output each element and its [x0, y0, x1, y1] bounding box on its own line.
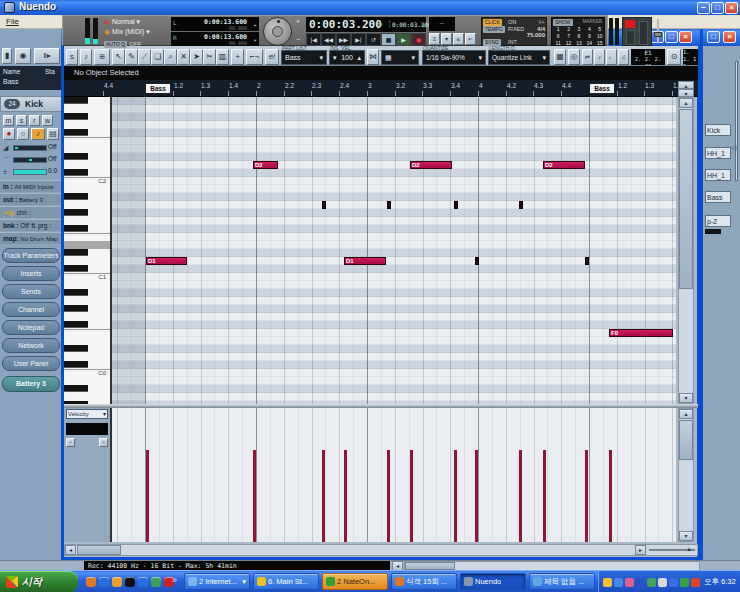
- pressed-key[interactable]: [64, 241, 112, 249]
- step-input-icon[interactable]: ▦: [554, 49, 566, 65]
- marker-6-button[interactable]: 6: [553, 33, 563, 40]
- black-key[interactable]: [64, 361, 88, 368]
- tray-icon-5[interactable]: [647, 578, 656, 587]
- record-noteoff-icon[interactable]: ♫: [618, 49, 629, 65]
- velocity-bar[interactable]: [322, 450, 325, 542]
- record-pitch-icon[interactable]: ♪: [594, 49, 605, 65]
- autoscroll-icon[interactable]: +: [231, 49, 244, 65]
- tempo-toggle[interactable]: TEMPO: [483, 26, 505, 33]
- midi-note-D1[interactable]: [585, 257, 589, 265]
- black-key[interactable]: [64, 321, 88, 328]
- cycle-mode-dropdown[interactable]: ◉ Mix (MIDI) ▾: [104, 28, 168, 38]
- tray-icon-3[interactable]: [625, 578, 634, 587]
- tray-icon-6[interactable]: [658, 578, 667, 587]
- tool-erase-icon[interactable]: ✕: [177, 49, 190, 65]
- section-channel[interactable]: Channel: [2, 302, 60, 317]
- quick-launch-icon-5[interactable]: [138, 577, 148, 587]
- editor-close-button[interactable]: ×: [679, 31, 692, 43]
- marker-1-button[interactable]: 1: [553, 26, 563, 33]
- sync-toggle[interactable]: SYNC: [483, 39, 501, 46]
- section-notepad[interactable]: Notepad: [2, 320, 60, 335]
- quick-launch-icon-1[interactable]: [86, 577, 96, 587]
- show-info-icon[interactable]: ⋈: [367, 49, 379, 65]
- part-list-dropdown[interactable]: Bass▾: [281, 50, 327, 65]
- velocity-minus-button[interactable]: ▫: [66, 438, 75, 447]
- tray-icon-7[interactable]: [669, 578, 678, 587]
- velocity-bar[interactable]: [344, 450, 347, 542]
- task-internet[interactable]: 2 Internet...▾: [184, 573, 250, 590]
- editor-vscrollbar[interactable]: ▴ ▾: [678, 97, 694, 404]
- midi-note-A1[interactable]: [519, 201, 523, 209]
- right-locator-display[interactable]: R 0:00:13.600 00.000 ▸: [171, 32, 259, 46]
- midi-note-D2[interactable]: D2: [253, 161, 278, 169]
- tool-zoom-icon[interactable]: ⌕: [164, 49, 177, 65]
- black-key[interactable]: [64, 97, 88, 104]
- start-button[interactable]: 시작: [0, 571, 78, 592]
- black-key[interactable]: [64, 265, 88, 272]
- midi-note-D1[interactable]: D1: [344, 257, 386, 265]
- marker-5-button[interactable]: 5: [595, 26, 605, 33]
- velocity-bar[interactable]: [475, 450, 478, 542]
- menu-file[interactable]: File: [6, 17, 19, 26]
- rewind-button[interactable]: ◀◀: [321, 33, 336, 46]
- task-nuendo[interactable]: Nuendo: [460, 573, 526, 590]
- part-marker[interactable]: Bass: [589, 83, 615, 94]
- black-key[interactable]: [64, 113, 88, 120]
- cycle-button[interactable]: ↺: [366, 33, 381, 46]
- velocity-bar[interactable]: [410, 450, 413, 542]
- velocity-bar[interactable]: [609, 450, 612, 542]
- quick-launch-icon-3[interactable]: [112, 577, 122, 587]
- note-grid[interactable]: D1D2D1D2D2F0: [112, 97, 676, 404]
- midi-note-A1[interactable]: [322, 201, 326, 209]
- project-zoom-handle[interactable]: ◁: [731, 144, 740, 152]
- tray-icon-9[interactable]: [691, 578, 700, 587]
- solo-editor-button[interactable]: s: [66, 49, 78, 65]
- master-slider-handle[interactable]: [654, 32, 662, 37]
- black-key[interactable]: [64, 169, 88, 176]
- midi-note-D1[interactable]: D1: [146, 257, 187, 265]
- midi-note-D1[interactable]: [475, 257, 479, 265]
- forward-button[interactable]: ▶▶: [336, 33, 351, 46]
- marker-12-button[interactable]: 12: [563, 40, 573, 47]
- insert-velocity-stepper[interactable]: ▾100▴: [329, 50, 365, 65]
- goto-start-button[interactable]: |◀: [306, 33, 321, 46]
- piano-keyboard[interactable]: C2C1C0: [64, 97, 112, 404]
- tool-scissors-icon[interactable]: ✂: [203, 49, 216, 65]
- quantize-dropdown[interactable]: 1/16 Sw-90%▾: [422, 50, 486, 65]
- nudge-minus-icon[interactable]: −: [296, 36, 300, 43]
- black-key[interactable]: [64, 225, 88, 232]
- length-quantize-dropdown[interactable]: Quantize Link▾: [488, 50, 550, 65]
- tool-draw-icon[interactable]: ✎: [125, 49, 138, 65]
- hzoom-handle[interactable]: ▴: [685, 545, 693, 555]
- show-markers-button[interactable]: SHOW: [553, 19, 573, 26]
- section-battery3[interactable]: Battery 3: [2, 376, 60, 392]
- marker-9-button[interactable]: 9: [584, 33, 594, 40]
- black-key[interactable]: [64, 153, 88, 160]
- close-button[interactable]: ×: [725, 2, 738, 14]
- marker-11-button[interactable]: 11: [553, 40, 563, 47]
- velocity-bar[interactable]: [146, 450, 149, 542]
- record-noteon-icon[interactable]: ♩: [606, 49, 617, 65]
- black-key[interactable]: [64, 289, 88, 296]
- vscroll-down-arrow[interactable]: ▾: [679, 393, 693, 403]
- velocity-grid[interactable]: [112, 408, 676, 542]
- velocity-plus-button[interactable]: ▫: [99, 438, 108, 447]
- quick-launch-icon-2[interactable]: [99, 577, 109, 587]
- jog-wheel[interactable]: [263, 17, 292, 46]
- sliver-track-HH_1[interactable]: HH_1: [705, 147, 731, 159]
- fader-col[interactable]: [626, 30, 635, 45]
- tool-line-icon[interactable]: ⟋: [138, 49, 151, 65]
- marker-10-button[interactable]: 10: [595, 33, 605, 40]
- tray-icon-4[interactable]: [636, 578, 645, 587]
- hscroll-left-arrow[interactable]: ◂: [65, 545, 76, 555]
- sliver-track-Bass[interactable]: Bass: [705, 191, 731, 203]
- marker-7-button[interactable]: 7: [563, 33, 573, 40]
- task-group-chevron-icon[interactable]: ▾: [242, 577, 246, 586]
- marker-13-button[interactable]: 13: [574, 40, 584, 47]
- midi-input-icon[interactable]: ◎: [568, 49, 580, 65]
- vel-vscroll-thumb[interactable]: [679, 420, 693, 460]
- primary-time-display[interactable]: 0:00:03.200 ◷ ¦ 0:00:03.200 ◷: [306, 17, 426, 32]
- velocity-bar[interactable]: [585, 450, 588, 542]
- marker-4-button[interactable]: 4: [584, 26, 594, 33]
- marker-8-button[interactable]: 8: [574, 33, 584, 40]
